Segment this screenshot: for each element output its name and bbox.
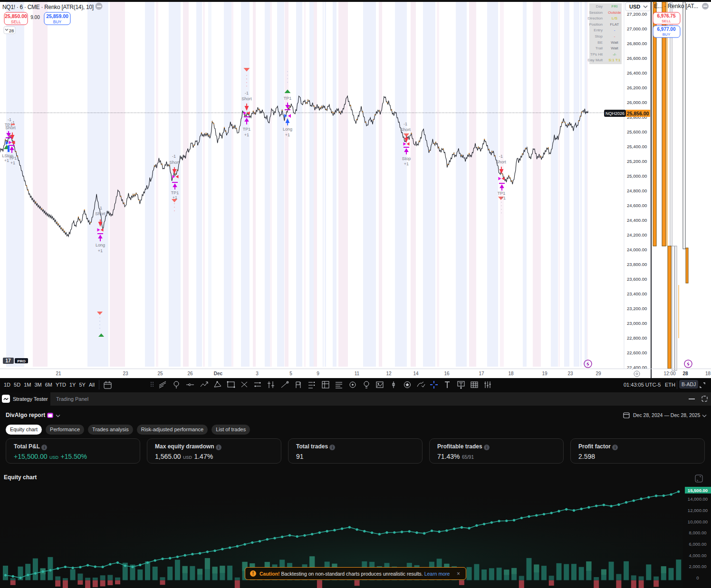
svg-text:TPs Hit: TPs Hit — [590, 52, 603, 57]
svg-text:+1: +1 — [285, 133, 290, 137]
svg-text:Session: Session — [589, 10, 603, 15]
svg-text:24,800.00: 24,800.00 — [627, 188, 647, 193]
svg-text:22,800.00: 22,800.00 — [627, 335, 647, 341]
svg-text:25,600.00: 25,600.00 — [627, 129, 647, 134]
svg-text:18:: 18: — [705, 371, 711, 376]
svg-text:Short: Short — [169, 160, 180, 165]
svg-text:FLAT: FLAT — [610, 22, 619, 27]
svg-text:6,977.00: 6,977.00 — [657, 27, 676, 32]
svg-text:TP1: TP1 — [9, 156, 17, 161]
svg-text:23,600.00: 23,600.00 — [627, 276, 647, 282]
svg-text:Long: Long — [283, 127, 292, 132]
svg-text:TP1: TP1 — [498, 191, 506, 196]
svg-text:S:1 T:1: S:1 T:1 — [609, 58, 621, 62]
svg-text:25,856.00: 25,856.00 — [627, 111, 649, 116]
svg-text:23,200.00: 23,200.00 — [627, 306, 647, 311]
svg-text:0: 0 — [696, 575, 699, 580]
svg-text:SELL: SELL — [11, 19, 21, 24]
svg-text:21: 21 — [56, 371, 61, 376]
svg-text:Short: Short — [5, 125, 16, 130]
svg-text:PRO: PRO — [17, 359, 25, 363]
svg-text:-1: -1 — [499, 154, 503, 159]
svg-text:+1: +1 — [501, 196, 506, 200]
svg-text:26,200.00: 26,200.00 — [627, 85, 647, 90]
svg-text:23,800.00: 23,800.00 — [627, 262, 647, 267]
svg-text:26: 26 — [187, 371, 193, 376]
svg-text:Direction: Direction — [587, 16, 603, 20]
svg-text:12: 12 — [386, 371, 392, 376]
svg-text:BUY: BUY — [53, 19, 62, 24]
svg-text:BUY: BUY — [663, 32, 671, 37]
svg-text:24,000.00: 24,000.00 — [627, 247, 647, 252]
svg-text:24,400.00: 24,400.00 — [627, 218, 647, 223]
svg-text:3: 3 — [256, 371, 259, 376]
svg-text:9.00: 9.00 — [30, 15, 40, 20]
svg-text:Short: Short — [95, 211, 106, 216]
svg-text:28: 28 — [9, 28, 14, 33]
svg-text:-: - — [614, 28, 615, 32]
svg-text:4,000.00: 4,000.00 — [689, 553, 707, 558]
svg-text:24,200.00: 24,200.00 — [627, 232, 647, 237]
svg-text:+1: +1 — [98, 248, 103, 253]
svg-text:Dec: Dec — [214, 371, 223, 376]
svg-text:26,600.00: 26,600.00 — [627, 56, 647, 61]
svg-text:17: 17 — [479, 371, 484, 376]
svg-text:Short: Short — [496, 160, 506, 164]
svg-text:19: 19 — [542, 371, 548, 376]
svg-text:+1: +1 — [10, 161, 15, 165]
svg-text:-/-: -/- — [613, 52, 616, 57]
svg-text:10,000.00: 10,000.00 — [688, 519, 708, 524]
svg-text:Long: Long — [96, 243, 105, 247]
svg-text:USD: USD — [629, 4, 640, 9]
svg-text:Entry: Entry — [594, 28, 603, 32]
svg-text:16: 16 — [444, 371, 450, 376]
svg-text:24,600.00: 24,600.00 — [627, 203, 647, 208]
svg-text:28: 28 — [682, 371, 688, 376]
svg-text:TP1: TP1 — [243, 127, 251, 132]
svg-text:Day Mult: Day Mult — [587, 58, 603, 62]
svg-text:25,400.00: 25,400.00 — [627, 144, 647, 149]
svg-text:Day: Day — [596, 4, 603, 9]
svg-text:FRI: FRI — [612, 4, 618, 9]
svg-text:23,400.00: 23,400.00 — [627, 291, 647, 296]
svg-text:-: - — [614, 34, 615, 38]
svg-text:15,500.00: 15,500.00 — [688, 488, 708, 493]
svg-text:Position: Position — [589, 22, 603, 27]
svg-text:Short: Short — [241, 96, 252, 101]
svg-text:26,000.00: 26,000.00 — [627, 100, 647, 105]
svg-text:TP1: TP1 — [284, 96, 292, 101]
svg-text:+1: +1 — [404, 161, 409, 166]
svg-text:23: 23 — [123, 371, 128, 376]
svg-text:25,000.00: 25,000.00 — [627, 173, 647, 179]
svg-text:25: 25 — [157, 371, 163, 376]
svg-text:Stop: Stop — [595, 34, 603, 38]
svg-text:-1: -1 — [404, 122, 407, 126]
svg-text:23,000.00: 23,000.00 — [627, 321, 647, 326]
svg-text:26,400.00: 26,400.00 — [627, 70, 647, 76]
svg-text:+1: +1 — [244, 133, 249, 137]
svg-text:Stop: Stop — [402, 156, 411, 161]
svg-text:-1: -1 — [172, 154, 176, 159]
svg-text:22,600.00: 22,600.00 — [627, 350, 647, 355]
svg-text:11: 11 — [355, 371, 360, 376]
svg-text:8,000.00: 8,000.00 — [689, 530, 707, 535]
svg-text:Outside: Outside — [608, 10, 621, 15]
svg-text:29: 29 — [596, 371, 601, 376]
svg-text:2,000.00: 2,000.00 — [689, 564, 707, 569]
svg-text:6,000.00: 6,000.00 — [689, 541, 707, 547]
svg-text:27,200.00: 27,200.00 — [627, 11, 647, 17]
svg-text:NQH2026: NQH2026 — [605, 111, 625, 116]
svg-text:-1: -1 — [245, 91, 249, 95]
svg-text:Short: Short — [400, 127, 411, 132]
svg-text:27,000.00: 27,000.00 — [627, 26, 647, 31]
svg-text:12:00: 12:00 — [663, 371, 675, 376]
svg-text:L/S: L/S — [612, 16, 617, 20]
svg-text:9: 9 — [317, 371, 319, 376]
svg-text:Wait: Wait — [611, 46, 618, 50]
svg-text:NQ1! · 6 · CME · Renko [ATR(14: NQ1! · 6 · CME · Renko [ATR(14), 10] — [2, 4, 94, 10]
svg-text:TP1: TP1 — [171, 190, 179, 195]
svg-text:14,000.00: 14,000.00 — [688, 496, 708, 502]
svg-text:Trail: Trail — [596, 46, 603, 50]
svg-text:Wait: Wait — [611, 40, 618, 45]
svg-text:18: 18 — [508, 371, 514, 376]
